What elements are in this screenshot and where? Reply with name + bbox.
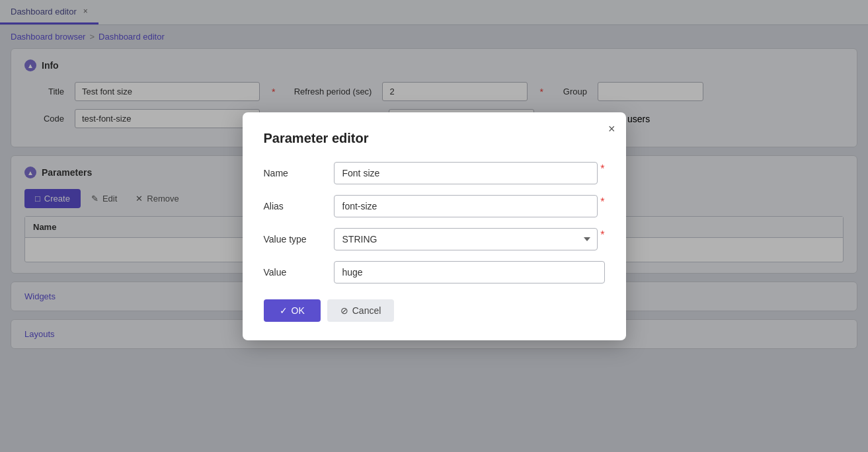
modal-value-type-required: * [600, 229, 604, 241]
modal-alias-label: Alias [264, 201, 323, 211]
parameter-editor-modal: × Parameter editor Name * Alias * Value … [243, 112, 626, 340]
modal-title: Parameter editor [264, 131, 605, 146]
modal-value-input[interactable] [334, 261, 605, 283]
modal-close-button[interactable]: × [608, 123, 615, 135]
modal-value-label: Value [264, 267, 323, 278]
modal-name-input[interactable] [334, 162, 598, 184]
cancel-button[interactable]: ⊘ Cancel [327, 299, 395, 322]
ok-label: OK [292, 305, 305, 316]
modal-name-required: * [600, 163, 604, 175]
modal-value-type-select[interactable]: STRING INTEGER BOOLEAN DATE [334, 228, 598, 250]
modal-alias-input[interactable] [334, 195, 598, 217]
cancel-label: Cancel [352, 305, 381, 316]
modal-footer: ✓ OK ⊘ Cancel [264, 299, 605, 322]
modal-value-type-label: Value type [264, 234, 323, 245]
ok-button[interactable]: ✓ OK [264, 299, 321, 322]
modal-value-row: Value [264, 261, 605, 283]
modal-value-type-wrapper: STRING INTEGER BOOLEAN DATE * [334, 228, 605, 250]
modal-name-label: Name [264, 168, 323, 178]
cancel-icon: ⊘ [340, 305, 348, 316]
modal-name-row: Name * [264, 162, 605, 184]
modal-value-type-row: Value type STRING INTEGER BOOLEAN DATE * [264, 228, 605, 250]
modal-overlay: × Parameter editor Name * Alias * Value … [0, 0, 868, 452]
modal-alias-row: Alias * [264, 195, 605, 217]
ok-check-icon: ✓ [280, 305, 288, 316]
modal-alias-input-wrapper: * [334, 195, 605, 217]
modal-alias-required: * [600, 196, 604, 208]
modal-name-input-wrapper: * [334, 162, 605, 184]
